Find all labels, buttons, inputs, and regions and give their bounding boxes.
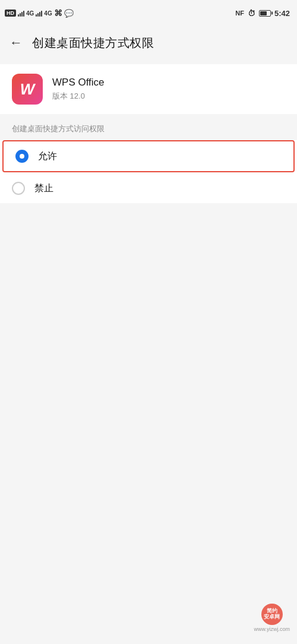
watermark: 简约安卓网 www.yizwj.com [254,604,290,632]
permission-label: 创建桌面快捷方式访问权限 [0,124,297,139]
deny-radio[interactable] [12,182,25,195]
permission-section: 创建桌面快捷方式访问权限 允许 禁止 [0,124,297,203]
status-right-icons: NF ⏱ 5:42 [235,9,290,18]
watermark-url: www.yizwj.com [254,626,290,632]
watermark-text: 简约安卓网 [264,608,280,620]
watermark-badge: 简约安卓网 [261,604,283,625]
status-left-icons: HD 4G 4G ⌘ 💬 [5,8,74,18]
app-details: WPS Office 版本 12.0 [52,77,105,102]
allow-radio[interactable] [15,150,29,163]
wps-logo: W [20,80,35,99]
signal-bar-2 [36,10,42,17]
allow-option[interactable]: 允许 [2,140,295,172]
permission-options: 允许 禁止 [0,140,297,203]
app-version: 版本 12.0 [52,91,105,102]
allow-label: 允许 [38,150,57,163]
clock: 5:42 [274,9,290,18]
signal-bar-1 [18,10,24,17]
app-name: WPS Office [52,77,105,89]
allow-radio-inner [20,154,24,159]
status-bar: HD 4G 4G ⌘ 💬 NF ⏱ 5:42 [0,0,297,26]
4g-label-1: 4G [26,10,34,17]
message-icon: 💬 [64,9,74,18]
nfc-icon: NF [235,10,244,17]
alarm-icon: ⏱ [248,9,255,18]
4g-label-2: 4G [44,10,52,17]
back-button[interactable]: ← [10,35,23,50]
battery-icon [259,10,271,17]
page-title: 创建桌面快捷方式权限 [32,35,154,51]
deny-option[interactable]: 禁止 [0,173,297,203]
app-info-card: W WPS Office 版本 12.0 [0,64,297,114]
wifi-icon: ⌘ [54,8,62,18]
app-icon: W [12,74,43,105]
deny-label: 禁止 [34,182,53,195]
page-header: ← 创建桌面快捷方式权限 [0,26,297,59]
hd-badge: HD [5,10,16,17]
